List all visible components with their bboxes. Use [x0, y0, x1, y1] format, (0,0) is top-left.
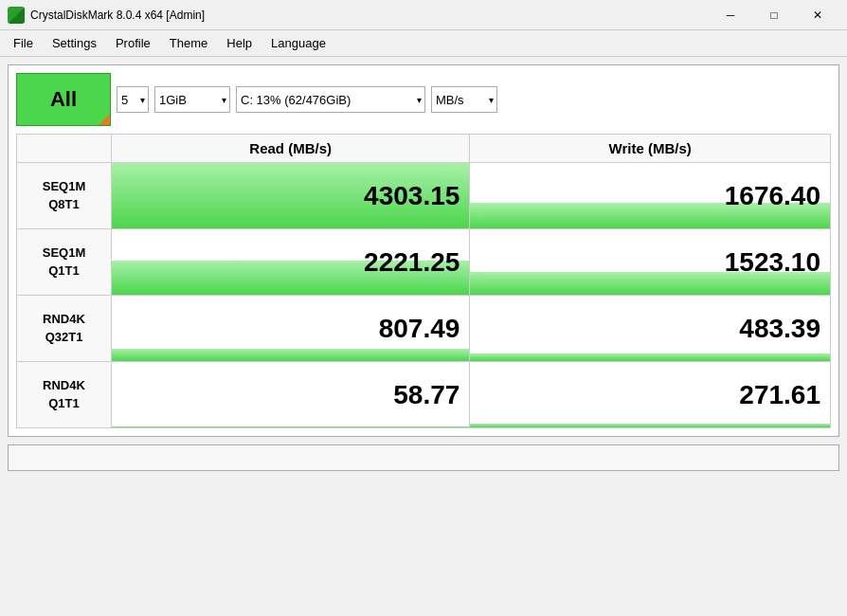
write-cell-3: 271.61: [470, 362, 831, 428]
read-cell-1: 2221.25: [112, 229, 470, 296]
window-title: CrystalDiskMark 8.0.4 x64 [Admin]: [30, 9, 709, 22]
write-cell-1: 1523.10: [470, 229, 831, 296]
write-value-1: 1523.10: [470, 247, 830, 278]
label-col-header: [17, 135, 112, 163]
read-cell-3: 58.77: [112, 362, 470, 428]
read-cell-0: 4303.15: [112, 163, 470, 229]
read-value-2: 807.49: [112, 314, 469, 344]
runs-select[interactable]: 5: [117, 86, 149, 113]
close-button[interactable]: ✕: [796, 0, 839, 30]
write-cell-2: 483.39: [470, 296, 831, 362]
row-label-2: RND4KQ32T1: [17, 296, 112, 362]
title-bar: CrystalDiskMark 8.0.4 x64 [Admin] ─ □ ✕: [0, 0, 847, 30]
read-col-header: Read (MB/s): [112, 135, 470, 163]
write-value-2: 483.39: [470, 314, 830, 344]
write-value-3: 271.61: [470, 380, 830, 410]
controls-row: All 5 1GiB C: 13% (62/476GiB) MB/s: [16, 73, 831, 126]
read-value-1: 2221.25: [112, 247, 469, 278]
row-label-0: SEQ1MQ8T1: [17, 163, 112, 229]
menu-help[interactable]: Help: [217, 32, 261, 54]
table-row: SEQ1MQ1T12221.251523.10: [17, 229, 831, 296]
read-cell-2: 807.49: [112, 296, 470, 362]
read-value-3: 58.77: [112, 380, 469, 410]
menu-file[interactable]: File: [4, 32, 43, 54]
unit-select[interactable]: MB/s: [431, 86, 497, 113]
menu-settings[interactable]: Settings: [43, 32, 106, 54]
unit-select-wrapper: MB/s: [431, 86, 497, 113]
main-panel: All 5 1GiB C: 13% (62/476GiB) MB/s: [8, 64, 839, 437]
size-select[interactable]: 1GiB: [154, 86, 230, 113]
menu-profile[interactable]: Profile: [106, 32, 160, 54]
write-cell-0: 1676.40: [470, 163, 831, 229]
row-label-3: RND4KQ1T1: [17, 362, 112, 428]
drive-select[interactable]: C: 13% (62/476GiB): [236, 86, 425, 113]
menu-language[interactable]: Language: [261, 32, 335, 54]
status-bar: [8, 444, 839, 471]
menu-bar: File Settings Profile Theme Help Languag…: [0, 30, 847, 57]
minimize-button[interactable]: ─: [709, 0, 752, 30]
row-label-1: SEQ1MQ1T1: [17, 229, 112, 296]
table-row: RND4KQ1T158.77271.61: [17, 362, 831, 428]
all-button[interactable]: All: [16, 73, 111, 126]
app-icon: [8, 7, 25, 24]
results-table: Read (MB/s) Write (MB/s) SEQ1MQ8T14303.1…: [16, 134, 831, 428]
table-row: SEQ1MQ8T14303.151676.40: [17, 163, 831, 229]
runs-select-wrapper: 5: [117, 86, 149, 113]
maximize-button[interactable]: □: [752, 0, 796, 30]
read-value-0: 4303.15: [112, 181, 469, 211]
size-select-wrapper: 1GiB: [154, 86, 230, 113]
drive-select-wrapper: C: 13% (62/476GiB): [236, 86, 425, 113]
write-col-header: Write (MB/s): [470, 135, 831, 163]
menu-theme[interactable]: Theme: [160, 32, 217, 54]
table-row: RND4KQ32T1807.49483.39: [17, 296, 831, 362]
write-value-0: 1676.40: [470, 181, 830, 211]
